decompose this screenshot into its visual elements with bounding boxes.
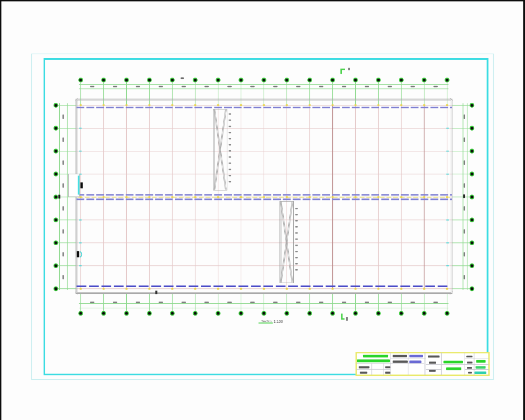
svg-text:1:100: 1:100 xyxy=(274,319,283,323)
svg-text:SecNo.: SecNo. xyxy=(261,319,273,323)
